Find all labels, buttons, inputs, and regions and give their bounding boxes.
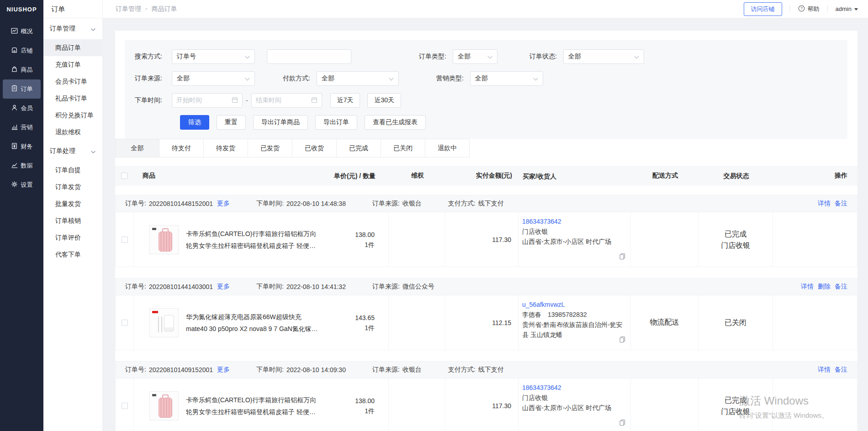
tab-refunding[interactable]: 退款中 [425, 139, 470, 158]
tab-closed[interactable]: 已关闭 [381, 139, 425, 158]
keyword-input[interactable] [267, 49, 351, 64]
detail-link[interactable]: 详情 [818, 200, 831, 208]
detail-link[interactable]: 详情 [801, 283, 814, 291]
main-nav-orders[interactable]: 订单 [3, 79, 41, 99]
paid-amount: 117.30 [492, 402, 511, 410]
copy-icon[interactable] [619, 419, 626, 429]
subnav-item-goods-order[interactable]: 商品订单 [43, 39, 102, 56]
filter-row-2: 订单来源: 全部 付款方式: 全部 营销类型: 全部 [135, 71, 847, 86]
order-source-value: 收银台 [402, 200, 422, 208]
pay-method-value: 线下支付 [478, 200, 504, 208]
delivery-method [631, 212, 699, 267]
unit-price: 138.00 [355, 230, 375, 240]
main-nav-overview[interactable]: 概况 [3, 22, 41, 41]
main-nav-members[interactable]: 会员 [3, 99, 41, 118]
tab-completed[interactable]: 已完成 [337, 139, 381, 158]
main-nav-finance[interactable]: 财务 [3, 137, 41, 156]
buyer-name-link[interactable]: 18634373642 [522, 384, 561, 391]
product-title: 卡帝乐鳄鱼(CARTELO)行李箱旅行箱铝框万向轮男女学生拉杆箱密码箱登机箱皮箱… [186, 394, 320, 418]
tab-pending-delivery[interactable]: 待发货 [204, 139, 248, 158]
subnav-item-batch-delivery[interactable]: 批量发货 [43, 195, 102, 212]
filter-button[interactable]: 筛选 [180, 115, 209, 130]
tab-pending-payment[interactable]: 待支付 [159, 139, 204, 158]
order-checkbox[interactable] [122, 320, 128, 326]
product-title: 华为氮化镓超薄充电器原装66W超级快充mate40 30 p50pro X2 n… [186, 311, 320, 335]
pay-method-value: 线下支付 [478, 366, 504, 374]
tab-shipped[interactable]: 已发货 [248, 139, 292, 158]
start-time-input[interactable]: 开始时间 [172, 93, 243, 108]
main-nav-shop[interactable]: 店铺 [3, 41, 41, 60]
remark-link[interactable]: 备注 [835, 283, 847, 291]
order-source-label: 订单来源: [372, 366, 400, 374]
col-refund: 维权 [389, 172, 446, 180]
subnav-item-order-review[interactable]: 订单评价 [43, 229, 102, 246]
quantity: 1件 [365, 240, 375, 250]
order-source-select[interactable]: 全部 [172, 71, 255, 86]
buyer-cell: 18634373642 门店收银 山西省-太原市-小店区 时代广场 [519, 212, 631, 267]
subnav-group-order-management[interactable]: 订单管理 [43, 18, 102, 39]
order-type-select[interactable]: 全部 [453, 49, 498, 64]
order-source-value: 微信公众号 [402, 283, 434, 291]
pay-type-select[interactable]: 全部 [317, 71, 399, 86]
last-7-days-button[interactable]: 近7天 [330, 93, 360, 108]
search-mode-select[interactable]: 订单号 [172, 49, 255, 64]
tab-all[interactable]: 全部 [115, 139, 159, 158]
buyer-name-link[interactable]: 18634373642 [522, 218, 561, 225]
marketing-type-select[interactable]: 全部 [470, 71, 543, 86]
subnav-item-order-verification[interactable]: 订单核销 [43, 212, 102, 229]
product-image [149, 308, 179, 337]
col-trade-status: 交易状态 [699, 170, 773, 182]
order-time-label: 下单时间: [135, 96, 172, 105]
more-link[interactable]: 更多 [217, 200, 230, 208]
user-menu[interactable]: admin [836, 5, 858, 12]
visit-shop-button[interactable]: 访问店铺 [744, 2, 782, 16]
product-cell: 卡帝乐鳄鱼(CARTELO)行李箱旅行箱铝框万向轮男女学生拉杆箱密码箱登机箱皮箱… [134, 212, 320, 267]
order-time-value: 2022-08-10 14:41:32 [286, 283, 346, 290]
detail-link[interactable]: 详情 [818, 366, 831, 374]
date-range-separator: - [246, 97, 248, 104]
goods-icon [11, 66, 18, 74]
subnav-item-member-card-order[interactable]: 会员卡订单 [43, 73, 102, 90]
copy-icon[interactable] [619, 252, 626, 263]
copy-icon[interactable] [619, 336, 626, 346]
view-reports-button[interactable]: 查看已生成报表 [365, 115, 426, 130]
subnav-item-recharge-order[interactable]: 充值订单 [43, 56, 102, 73]
unit-price: 143.65 [355, 313, 375, 323]
more-link[interactable]: 更多 [217, 283, 230, 291]
remark-link[interactable]: 备注 [835, 200, 847, 208]
subnav-item-order-on-behalf[interactable]: 代客下单 [43, 246, 102, 263]
order-card: 订单号: 202208101441403001 更多 下单时间: 2022-08… [115, 278, 857, 350]
main-nav-goods[interactable]: 商品 [3, 60, 41, 79]
export-order-goods-button[interactable]: 导出订单商品 [253, 115, 308, 130]
remark-link[interactable]: 备注 [835, 366, 847, 374]
more-link[interactable]: 更多 [217, 366, 230, 374]
status-tabs: 全部 待支付 待发货 已发货 已收货 已完成 已关闭 退款中 [115, 139, 857, 158]
chevron-down-icon [245, 53, 250, 60]
last-30-days-button[interactable]: 近30天 [367, 93, 401, 108]
select-all-checkbox[interactable] [121, 173, 127, 179]
reset-button[interactable]: 重置 [217, 115, 246, 130]
buyer-name-link[interactable]: u_56afkmvwzL [522, 301, 565, 308]
subnav-group-order-processing[interactable]: 订单处理 [43, 141, 102, 162]
main-nav-data[interactable]: 数据 [3, 156, 41, 175]
subnav-item-refund-dispute[interactable]: 退款维权 [43, 124, 102, 141]
subnav-item-gift-card-order[interactable]: 礼品卡订单 [43, 90, 102, 107]
refund-cell [389, 212, 445, 267]
tab-received[interactable]: 已收货 [292, 139, 337, 158]
order-time-label: 下单时间: [256, 200, 284, 208]
order-checkbox[interactable] [122, 237, 128, 243]
subnav-item-points-exchange-order[interactable]: 积分兑换订单 [43, 107, 102, 124]
order-checkbox[interactable] [122, 403, 128, 409]
product-image [149, 225, 179, 254]
main-nav-marketing[interactable]: 营销 [3, 118, 41, 137]
subnav-item-order-pickup[interactable]: 订单自提 [43, 162, 102, 179]
main-nav-settings[interactable]: 设置 [3, 175, 41, 194]
delete-link[interactable]: 删除 [818, 283, 831, 291]
order-status-select[interactable]: 全部 [563, 49, 644, 64]
order-actions: 详情 备注 [818, 200, 847, 208]
end-time-input[interactable]: 结束时间 [251, 93, 322, 108]
export-order-button[interactable]: 导出订单 [315, 115, 357, 130]
subnav-item-order-delivery[interactable]: 订单发货 [43, 179, 102, 195]
help-link[interactable]: ? 帮助 [798, 5, 820, 13]
caret-down-icon [854, 8, 858, 11]
